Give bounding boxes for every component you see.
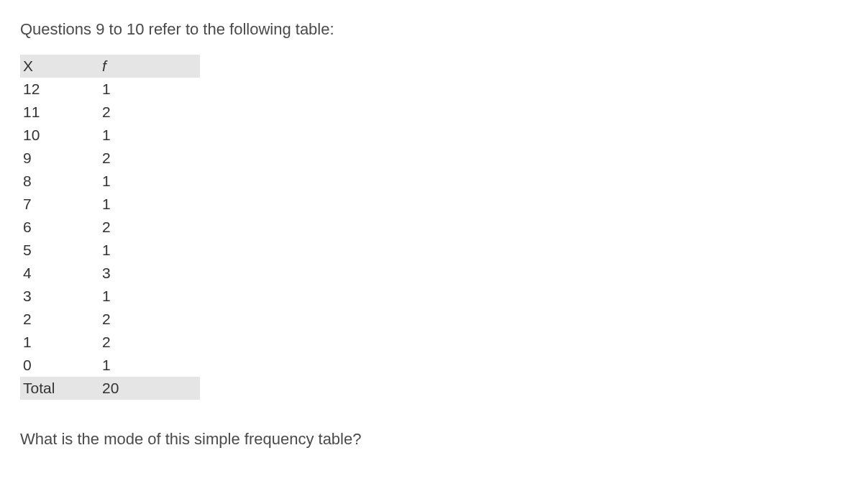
cell-x: 12 xyxy=(20,78,99,101)
cell-f: 2 xyxy=(99,147,200,170)
table-row: 11 2 xyxy=(20,101,200,124)
cell-x: 10 xyxy=(20,124,99,147)
table-row: 9 2 xyxy=(20,147,200,170)
cell-x: 7 xyxy=(20,193,99,216)
table-row: 5 1 xyxy=(20,239,200,262)
cell-f: 1 xyxy=(99,193,200,216)
table-row: 8 1 xyxy=(20,170,200,193)
cell-f: 2 xyxy=(99,216,200,239)
table-row: 0 1 xyxy=(20,354,200,377)
intro-text: Questions 9 to 10 refer to the following… xyxy=(20,20,843,39)
table-row: 10 1 xyxy=(20,124,200,147)
cell-x: 11 xyxy=(20,101,99,124)
cell-f: 1 xyxy=(99,170,200,193)
cell-x: 8 xyxy=(20,170,99,193)
table-row: 6 2 xyxy=(20,216,200,239)
cell-f: 1 xyxy=(99,285,200,308)
frequency-table: X f 12 1 11 2 10 1 9 2 8 1 7 1 6 2 5 1 4… xyxy=(20,55,200,400)
cell-x: 4 xyxy=(20,262,99,285)
header-f: f xyxy=(99,55,200,78)
table-header-row: X f xyxy=(20,55,200,78)
cell-x: 3 xyxy=(20,285,99,308)
header-x: X xyxy=(20,55,99,78)
table-row: 7 1 xyxy=(20,193,200,216)
table-row: 2 2 xyxy=(20,308,200,331)
table-row: 4 3 xyxy=(20,262,200,285)
cell-x: 2 xyxy=(20,308,99,331)
cell-f: 2 xyxy=(99,331,200,354)
total-value: 20 xyxy=(99,377,200,400)
table-row: 3 1 xyxy=(20,285,200,308)
cell-f: 2 xyxy=(99,101,200,124)
cell-x: 6 xyxy=(20,216,99,239)
cell-x: 1 xyxy=(20,331,99,354)
cell-f: 1 xyxy=(99,124,200,147)
table-row: 1 2 xyxy=(20,331,200,354)
cell-f: 3 xyxy=(99,262,200,285)
table-total-row: Total 20 xyxy=(20,377,200,400)
cell-f: 1 xyxy=(99,239,200,262)
cell-x: 5 xyxy=(20,239,99,262)
table-row: 12 1 xyxy=(20,78,200,101)
question-text: What is the mode of this simple frequenc… xyxy=(20,430,843,449)
cell-f: 1 xyxy=(99,78,200,101)
cell-x: 9 xyxy=(20,147,99,170)
cell-f: 1 xyxy=(99,354,200,377)
total-label: Total xyxy=(20,377,99,400)
cell-f: 2 xyxy=(99,308,200,331)
cell-x: 0 xyxy=(20,354,99,377)
